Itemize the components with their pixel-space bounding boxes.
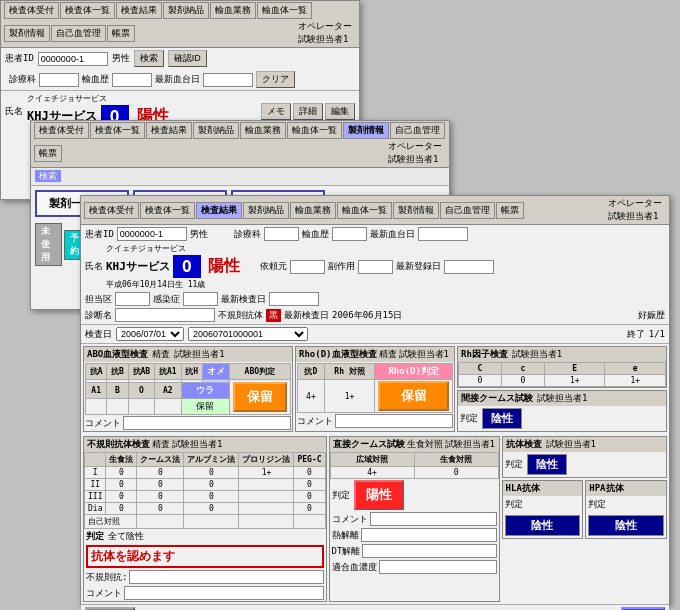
- dc-blood-conc-input[interactable]: [379, 560, 497, 574]
- menu-prep-active-2[interactable]: 製剤情報: [343, 122, 389, 139]
- patient-id-3[interactable]: [117, 227, 187, 241]
- patient-id-input-1[interactable]: [38, 52, 108, 66]
- antibody-title: 抗体検査: [506, 438, 542, 451]
- menu-reception-3[interactable]: 検査体受付: [84, 202, 139, 219]
- hla-result: 陰性: [505, 515, 581, 536]
- abo-comment-input[interactable]: [123, 416, 291, 430]
- abo-comment-label: コメント: [85, 417, 121, 430]
- menu-self-2[interactable]: 自己血管理: [390, 122, 445, 139]
- menu-reception-1[interactable]: 検査体受付: [4, 2, 59, 19]
- crossmatch-operator: 試験担当者1: [537, 392, 587, 405]
- menu-report-2[interactable]: 帳票: [34, 145, 62, 162]
- abo-col-antb: 抗B: [107, 364, 128, 380]
- menu-results-2[interactable]: 検査結果: [146, 122, 192, 139]
- abo-col-anta: 抗A: [86, 364, 107, 380]
- dc-comment-input[interactable]: [370, 512, 497, 526]
- abo-col-result: ABO判定: [229, 364, 290, 380]
- edit-btn-1[interactable]: 編集: [325, 103, 355, 120]
- irr-row-1: I 0 0 0 1+ 0: [85, 467, 326, 479]
- rh-e2-val: 1+: [605, 375, 666, 387]
- menu-reception-2[interactable]: 検査体受付: [34, 122, 89, 139]
- abo-result-area: 保留: [229, 380, 290, 415]
- dept-field-1[interactable]: [39, 73, 79, 87]
- menu-results-active-3[interactable]: 検査結果: [196, 202, 242, 219]
- menu-results-1[interactable]: 検査結果: [116, 2, 162, 19]
- direct-accuracy: 生食対照: [407, 438, 443, 451]
- irr-comment-input[interactable]: [124, 586, 324, 600]
- memo-btn-1[interactable]: メモ: [261, 103, 291, 120]
- menu-supply-3[interactable]: 製剤納品: [243, 202, 289, 219]
- menu-bloodlist-1[interactable]: 輸血体一覧: [257, 2, 312, 19]
- page-info-3: 1/1: [649, 329, 665, 339]
- abo-ura-label: ウラ: [181, 383, 229, 399]
- registered-3[interactable]: [444, 260, 494, 274]
- labelid-button-1[interactable]: 確認ID: [168, 50, 207, 67]
- menu-blood-3[interactable]: 輸血業務: [290, 202, 336, 219]
- irr-row-dia: Dia 0 0 0 0: [85, 503, 326, 515]
- dc-col-saline: 生食対照: [414, 453, 498, 467]
- menu-prep-1[interactable]: 製剤情報: [4, 25, 50, 42]
- menu-self-3[interactable]: 自己血管理: [440, 202, 495, 219]
- irr-all-negative: 全て陰性: [108, 530, 144, 543]
- date-value-3: 2006年06月15日: [332, 309, 402, 322]
- hpa-title: HPA抗体: [586, 481, 666, 496]
- detail-btn-1[interactable]: 詳細: [293, 103, 323, 120]
- blood-hist-field-1[interactable]: [112, 73, 152, 87]
- menu-prep-3[interactable]: 製剤情報: [393, 202, 439, 219]
- menu-bloodlist-3[interactable]: 輸血体一覧: [337, 202, 392, 219]
- rho-comment-input[interactable]: [335, 414, 453, 428]
- dc-heat-input[interactable]: [361, 528, 497, 542]
- menu-list-1[interactable]: 検査体一覧: [60, 2, 115, 19]
- abo-o-val: [128, 399, 154, 415]
- search-button-1[interactable]: 検索: [134, 50, 164, 67]
- menu-report-3[interactable]: 帳票: [496, 202, 524, 219]
- rho-col-antd: 抗D: [298, 364, 325, 380]
- irr-col-pegc: PEG-C: [294, 453, 325, 467]
- operation-3[interactable]: [358, 260, 393, 274]
- abo-col-a1: A1: [86, 383, 107, 399]
- abo-a1-val: [86, 399, 107, 415]
- latest-date-field-1[interactable]: [203, 73, 253, 87]
- sample-id-select[interactable]: 20060701000001: [188, 327, 308, 341]
- created-3[interactable]: [418, 227, 468, 241]
- abo-col-anta1: 抗A1: [155, 364, 181, 380]
- irr-irregular-input[interactable]: [129, 570, 323, 584]
- blood-hist-3[interactable]: [332, 227, 367, 241]
- menu-list-3[interactable]: 検査体一覧: [140, 202, 195, 219]
- tab-unused[interactable]: 未使用: [35, 223, 62, 266]
- abo-hold-btn[interactable]: 保留: [233, 382, 287, 412]
- rho-antd-val: 4+: [298, 380, 325, 413]
- dc-broad-val: 4+: [330, 467, 414, 479]
- dc-positive-btn[interactable]: 陽性: [354, 480, 404, 510]
- menu-supply-1[interactable]: 製剤納品: [163, 2, 209, 19]
- patient-id-label-3: 患者ID: [85, 228, 114, 241]
- responsible-3[interactable]: [115, 292, 150, 306]
- diagnosis-3[interactable]: [115, 308, 215, 322]
- abo-col-b: B: [107, 383, 128, 399]
- menubar-1: 検査体受付 検査体一覧 検査結果 製剤納品 輸血業務 輸血体一覧 製剤情報 自己…: [1, 1, 359, 48]
- irr-row-2: II 0 0 0 0: [85, 479, 326, 491]
- abo-title: ABO血液型検査: [87, 348, 148, 361]
- rh-title: Rh因子検査: [461, 348, 508, 361]
- irregular-title: 不規則抗体検査: [87, 438, 150, 451]
- menu-list-2[interactable]: 検査体一覧: [90, 122, 145, 139]
- medical-hist-3: 好娠歴: [638, 309, 665, 322]
- crossmatch-title: 間接クームス試験: [461, 392, 533, 405]
- menu-report-1[interactable]: 帳票: [107, 25, 135, 42]
- test-date-select[interactable]: 2006/07/01: [116, 327, 184, 341]
- rho-rh-val: 1+: [324, 380, 375, 413]
- rho-hold-btn[interactable]: 保留: [378, 381, 449, 411]
- clear-btn-1[interactable]: クリア: [256, 71, 295, 88]
- menu-bloodlist-2[interactable]: 輸血体一覧: [287, 122, 342, 139]
- supplier-3[interactable]: [290, 260, 325, 274]
- menu-self-1[interactable]: 自己血管理: [51, 25, 106, 42]
- menu-blood-1[interactable]: 輸血業務: [210, 2, 256, 19]
- dept-3[interactable]: [264, 227, 299, 241]
- abo-accuracy: 精査: [152, 348, 170, 361]
- latest-test-3[interactable]: [269, 292, 319, 306]
- menu-blood-2[interactable]: 輸血業務: [240, 122, 286, 139]
- infection-3[interactable]: [183, 292, 218, 306]
- menu-supply-2[interactable]: 製剤納品: [193, 122, 239, 139]
- abo-b-val: [107, 399, 128, 415]
- dc-dt-input[interactable]: [362, 544, 496, 558]
